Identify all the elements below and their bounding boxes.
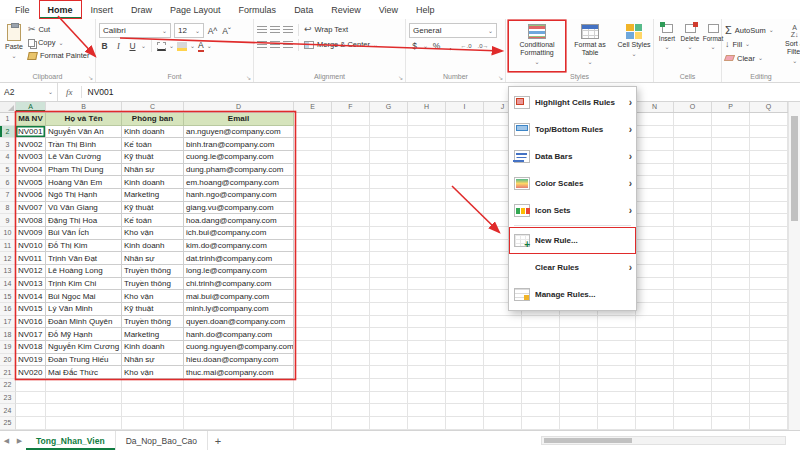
cell-B9[interactable]: Đặng Thị Hoa [46,214,122,227]
ribbon-tab-formulas[interactable]: Formulas [230,0,286,19]
cell-D3[interactable]: binh.tran@company.com [184,138,294,151]
percent-style-button[interactable]: % [431,40,442,52]
cell-I24[interactable] [446,404,484,417]
cell-C1[interactable]: Phòng ban [122,113,184,126]
cell-Q8[interactable] [750,202,788,215]
font-size-select[interactable]: 12 ⌄ [174,23,204,38]
cell-B6[interactable]: Hoàng Văn Em [46,176,122,189]
cell-J20[interactable] [484,354,522,367]
increase-decimal-button[interactable]: ←.0 [459,40,473,52]
cell-I19[interactable] [446,341,484,354]
cell-B19[interactable]: Nguyễn Kim Cương [46,341,122,354]
cell-P12[interactable] [712,252,750,265]
cell-C11[interactable]: Kinh doanh [122,240,184,253]
cell-B1[interactable]: Họ và Tên [46,113,122,126]
format-as-table-button[interactable]: Format as Table ⌄ [568,21,612,71]
cell-K19[interactable] [522,341,560,354]
cell-M18[interactable] [598,328,636,341]
cell-A7[interactable]: NV006 [16,189,46,202]
cell-A23[interactable] [16,392,46,405]
cell-B25[interactable] [46,417,122,430]
cell-N7[interactable] [636,189,674,202]
cell-K17[interactable] [522,316,560,329]
cell-B10[interactable]: Bùi Văn Ích [46,227,122,240]
cell-D17[interactable]: quyen.doan@company.com [184,316,294,329]
cell-K22[interactable] [522,379,560,392]
cell-N2[interactable] [636,126,674,139]
row-header-17[interactable]: 17 [0,316,16,329]
cell-O7[interactable] [674,189,712,202]
cell-O17[interactable] [674,316,712,329]
paste-button[interactable]: Paste ⌄ [3,21,25,71]
clipboard-dialog-launcher[interactable]: ↘ [88,75,93,81]
cell-E19[interactable] [294,341,332,354]
cell-H15[interactable] [408,290,446,303]
cell-N13[interactable] [636,265,674,278]
sort-filter-button[interactable]: AZ↓ Sort & Filter ⌄ [777,21,800,71]
cell-F19[interactable] [332,341,370,354]
cell-C5[interactable]: Nhân sự [122,164,184,177]
cell-Q3[interactable] [750,138,788,151]
column-header-A[interactable]: A [16,102,46,112]
cell-E12[interactable] [294,252,332,265]
cell-P22[interactable] [712,379,750,392]
cell-D18[interactable]: hanh.do@company.com [184,328,294,341]
cell-D4[interactable]: cuong.le@company.com [184,151,294,164]
cell-Q14[interactable] [750,278,788,291]
alignment-dialog-launcher[interactable]: ↘ [398,75,403,81]
cell-H12[interactable] [408,252,446,265]
cell-P6[interactable] [712,176,750,189]
align-middle-icon[interactable] [270,26,280,34]
cell-Q2[interactable] [750,126,788,139]
cell-N23[interactable] [636,392,674,405]
cell-D25[interactable] [184,417,294,430]
copy-button[interactable]: Copy ⌄ [28,36,90,49]
cell-E20[interactable] [294,354,332,367]
cell-L24[interactable] [560,404,598,417]
cell-Q11[interactable] [750,240,788,253]
cell-F16[interactable] [332,303,370,316]
cell-O21[interactable] [674,366,712,379]
column-header-F[interactable]: F [332,102,370,112]
align-right-icon[interactable] [283,41,293,49]
bold-button[interactable]: B [99,40,110,52]
cell-P24[interactable] [712,404,750,417]
cell-C15[interactable]: Kho vận [122,290,184,303]
cell-H7[interactable] [408,189,446,202]
cell-C3[interactable]: Kế toán [122,138,184,151]
cell-O9[interactable] [674,214,712,227]
cf-menu-item-clear-rules[interactable]: Clear Rules› [509,254,636,281]
cell-G1[interactable] [370,113,408,126]
column-header-B[interactable]: B [46,102,122,112]
increase-font-size-button[interactable]: A^ [207,25,218,37]
cell-B17[interactable]: Đoàn Minh Quyên [46,316,122,329]
cell-I1[interactable] [446,113,484,126]
cell-K25[interactable] [522,417,560,430]
ribbon-tab-file[interactable]: File [6,0,39,19]
cell-F3[interactable] [332,138,370,151]
cell-H6[interactable] [408,176,446,189]
row-header-23[interactable]: 23 [0,392,16,405]
cell-H25[interactable] [408,417,446,430]
cell-F8[interactable] [332,202,370,215]
cell-G17[interactable] [370,316,408,329]
cell-Q19[interactable] [750,341,788,354]
borders-button[interactable] [157,42,166,51]
cell-A21[interactable]: NV020 [16,366,46,379]
cell-C9[interactable]: Kế toán [122,214,184,227]
row-header-22[interactable]: 22 [0,379,16,392]
column-header-G[interactable]: G [370,102,408,112]
cell-E10[interactable] [294,227,332,240]
cell-I4[interactable] [446,151,484,164]
cell-J18[interactable] [484,328,522,341]
cell-A25[interactable] [16,417,46,430]
cell-C4[interactable]: Kỹ thuật [122,151,184,164]
cell-N16[interactable] [636,303,674,316]
row-header-11[interactable]: 11 [0,240,16,253]
cell-A14[interactable]: NV013 [16,278,46,291]
cell-G13[interactable] [370,265,408,278]
cell-K24[interactable] [522,404,560,417]
row-header-20[interactable]: 20 [0,354,16,367]
cell-Q18[interactable] [750,328,788,341]
clear-button[interactable]: Clear ⌄ [725,51,774,65]
